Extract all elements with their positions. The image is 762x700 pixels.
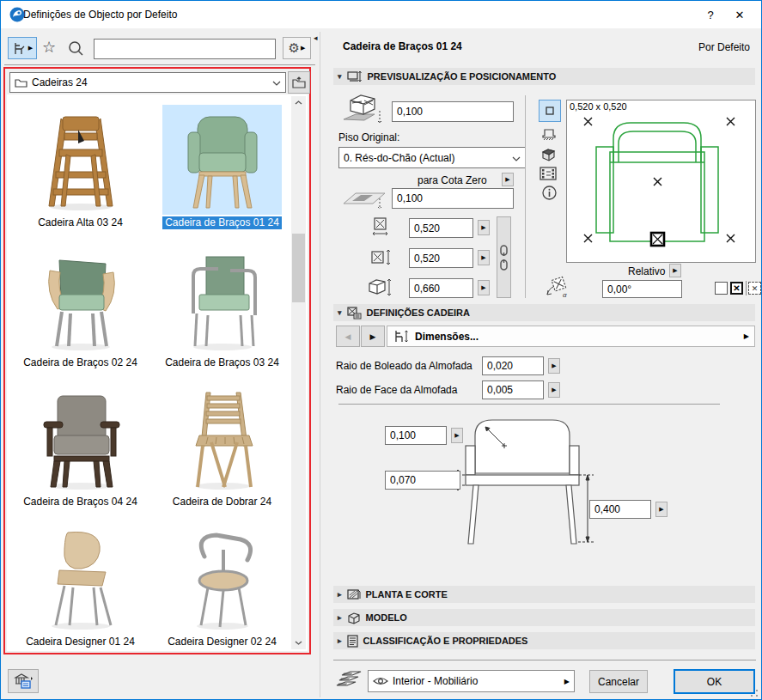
chair-settings-icon — [347, 307, 362, 320]
resize-grip[interactable] — [751, 690, 758, 697]
object-settings-dialog: Definições de Objecto por Defeito ? ✕ ▶ … — [0, 0, 762, 700]
library-item[interactable]: Cadeira de Braços 03 24 — [155, 245, 289, 369]
close-button[interactable]: ✕ — [725, 1, 754, 28]
panel-splitter[interactable] — [320, 32, 320, 697]
2d-preview-pane[interactable]: 0,520 x 0,520 — [566, 100, 756, 263]
params-separator — [338, 404, 720, 405]
seat-thickness-input[interactable] — [385, 471, 460, 490]
layer-selector[interactable]: Interior - Mobiliário ▶ — [368, 670, 575, 692]
param2-flyout-button[interactable]: ▶ — [548, 382, 560, 398]
param2-input[interactable] — [482, 380, 544, 399]
layers-icon — [335, 670, 363, 693]
relativo-flyout-button[interactable]: ▶ — [669, 264, 681, 277]
cota-zero-input[interactable] — [392, 188, 514, 209]
folder-dropdown[interactable]: Cadeiras 24 — [9, 72, 286, 93]
back-radius-input[interactable] — [385, 426, 447, 445]
dim-h-input[interactable] — [409, 278, 473, 298]
library-item-label: Cadeira Alta 03 24 — [35, 216, 125, 229]
home-story-dropdown[interactable]: 0. Rés-do-Chão (Actual) — [338, 147, 526, 168]
collapse-panel-arrow[interactable]: ◂ — [314, 33, 318, 42]
dim-b-flyout-button[interactable]: ▶ — [478, 250, 490, 265]
base-height-input[interactable] — [392, 101, 514, 122]
search-input[interactable] — [94, 39, 276, 59]
folder-name: Cadeiras 24 — [32, 76, 88, 88]
flyout-arrow-icon: ▶ — [28, 45, 33, 52]
ghost-hotspot-checkbox[interactable]: ✕ — [748, 282, 761, 295]
rotation-angle-input[interactable] — [602, 280, 682, 298]
preview-mode-3d-icon[interactable] — [541, 148, 556, 165]
collapse-open-icon: ▾ — [338, 72, 342, 81]
preview-mode-2d-button[interactable] — [539, 100, 561, 122]
section-title: PLANTA E CORTE — [366, 589, 448, 600]
cota-zero-flyout-button[interactable]: ▶ — [502, 173, 514, 186]
plan-preview-drawing — [567, 107, 755, 260]
section-preview-positioning[interactable]: ▾ PREVISUALIZAÇÃO E POSICIONAMENTO — [333, 68, 755, 85]
mirror-checkbox[interactable] — [715, 282, 728, 295]
library-item-label: Cadeira de Braços 04 24 — [21, 496, 140, 508]
object-type-button[interactable]: ▶ — [8, 37, 37, 59]
list-scrollbar[interactable] — [291, 96, 306, 649]
toolbar-separator — [4, 64, 315, 65]
page-forward-button[interactable]: ▶ — [361, 326, 385, 347]
library-item[interactable]: Cadeira Alta 03 24 — [14, 105, 147, 229]
scrollbar-thumb[interactable] — [292, 234, 305, 302]
section-chair-settings[interactable]: ▾ DEFINIÇÕES CADEIRA — [333, 304, 755, 321]
dim-b-input[interactable] — [409, 248, 473, 268]
footer-separator — [333, 660, 756, 660]
flyout-arrow-icon: ▶ — [301, 45, 305, 52]
section-title: PREVISUALIZAÇÃO E POSICIONAMENTO — [368, 71, 557, 82]
library-item[interactable]: Cadeira de Braços 02 24 — [14, 245, 147, 369]
hotspot-checkbox[interactable]: ✕ — [730, 282, 743, 295]
preview-separator — [525, 95, 526, 298]
search-icon[interactable] — [68, 40, 84, 59]
gear-icon: ⚙ — [289, 40, 300, 56]
section-plan-section[interactable]: ▸ PLANTA E CORTE — [333, 586, 755, 603]
param1-input[interactable] — [482, 356, 544, 375]
library-item[interactable]: Cadeira Designer 01 24 — [14, 524, 147, 648]
library-item[interactable]: Cadeira Designer 02 24 — [155, 524, 289, 648]
preview-positioning-icon — [347, 70, 363, 82]
collapse-closed-icon: ▸ — [338, 636, 342, 645]
scroll-down-button[interactable] — [291, 636, 306, 649]
page-menu-arrow-icon: ▶ — [744, 332, 749, 340]
settings-page-selector[interactable]: Dimensões... ▶ — [387, 326, 755, 347]
object-name: Cadeira de Braços 01 24 — [343, 40, 462, 52]
folder-up-icon — [292, 76, 306, 88]
relativo-label: Relativo — [628, 265, 665, 277]
base-offset-icon — [340, 92, 385, 131]
cancel-button[interactable]: Cancelar — [589, 670, 648, 693]
library-manager-button[interactable] — [8, 669, 39, 693]
library-item-selected[interactable]: Cadeira de Braços 01 24 — [155, 105, 289, 229]
archicad-logo-icon — [9, 7, 25, 25]
seat-height-flyout-button[interactable]: ▶ — [655, 502, 668, 517]
chain-link-button[interactable] — [497, 216, 511, 298]
back-radius-flyout-button[interactable]: ▶ — [451, 428, 463, 443]
scroll-up-button[interactable] — [291, 96, 306, 109]
seat-height-input[interactable] — [589, 500, 651, 519]
preview-mode-film-icon[interactable] — [539, 167, 557, 183]
library-browser-frame: Cadeiras 24 — [3, 67, 311, 654]
library-item-label: Cadeira Designer 02 24 — [165, 636, 279, 648]
thumbnail-cadeira-bracos-04 — [21, 384, 140, 494]
section-model[interactable]: ▸ MODELO — [333, 609, 755, 626]
param1-flyout-button[interactable]: ▶ — [548, 358, 560, 374]
dim-h-flyout-button[interactable]: ▶ — [478, 280, 490, 295]
preview-mode-info-icon[interactable] — [542, 186, 557, 203]
settings-button[interactable]: ⚙ ▶ — [283, 37, 311, 59]
collapse-closed-icon: ▸ — [338, 613, 342, 622]
section-classification-properties[interactable]: ▸ CLASSIFICAÇÃO E PROPRIEDADES — [333, 632, 755, 649]
dim-a-input[interactable] — [409, 218, 473, 238]
help-button[interactable]: ? — [696, 1, 725, 28]
preview-mode-elevation-icon[interactable] — [541, 129, 557, 144]
page-back-button[interactable]: ◀ — [336, 326, 360, 347]
favorites-star-icon[interactable]: ☆ — [42, 38, 56, 57]
forward-arrow-icon: ▶ — [370, 332, 376, 341]
library-item[interactable]: Cadeira de Dobrar 24 — [155, 384, 289, 508]
folder-up-button[interactable] — [288, 71, 310, 94]
dim-a-flyout-button[interactable]: ▶ — [478, 220, 490, 235]
ok-button[interactable]: OK — [674, 669, 755, 694]
chain-icon — [499, 245, 509, 271]
section-title: DEFINIÇÕES CADEIRA — [367, 307, 470, 318]
thumbnail-cadeira-bracos-01 — [162, 105, 282, 215]
library-item[interactable]: Cadeira de Braços 04 24 — [14, 384, 147, 508]
